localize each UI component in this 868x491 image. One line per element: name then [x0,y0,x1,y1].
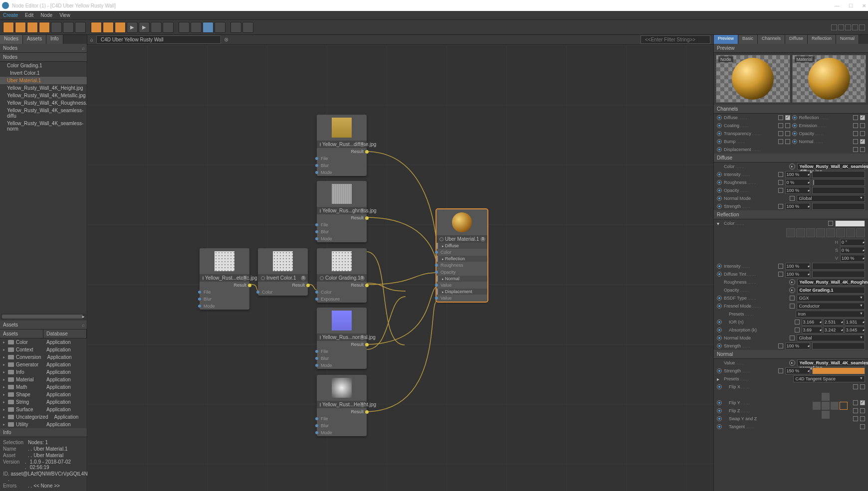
intensity-input[interactable]: 100 % [785,171,810,178]
tab-basic[interactable]: Basic [738,35,758,44]
asset-row[interactable]: ▸UtilityApplication [0,421,87,428]
node-list-item[interactable]: Yellow_Rusty_Wall_4K_Roughness.jpg [0,99,87,107]
tool-btn-3[interactable] [27,22,38,33]
flip-x-checkbox[interactable] [860,384,865,389]
node-list-item[interactable]: Yellow_Rusty_Wall_4K_seamless-norm [0,120,87,133]
tool-btn-1[interactable] [3,22,14,33]
node-input-port[interactable]: Color [436,249,487,256]
node-roughness-texture[interactable]: Yellow_Rus...ghness.jpgS Result File Blu… [317,181,367,242]
node-section-header[interactable]: Displacement [436,289,487,295]
node-diffuse-texture[interactable]: Yellow_Rust...diffuse.jpgS Result File B… [317,115,367,176]
close-button[interactable]: ✕ [862,3,866,8]
asset-row[interactable]: ▸GeneratorApplication [0,361,87,368]
v-input[interactable]: 100 % [840,255,865,262]
tiny-icon[interactable] [831,24,837,30]
asset-row[interactable]: ▸MathApplication [0,383,87,391]
color-swatch[interactable] [835,220,865,227]
radio[interactable] [717,196,722,201]
node-section-header[interactable]: Normal [436,276,487,282]
tool-btn-4[interactable] [39,22,50,33]
menu-edit[interactable]: Edit [25,12,33,18]
node-input-port[interactable]: Opacity [436,269,487,276]
tiny-icon[interactable] [859,24,865,30]
flip-y-checkbox[interactable] [860,400,865,405]
node-metallic-texture[interactable]: Yellow_Rust...etallic.jpgS Result File B… [200,248,249,310]
tab-diffuse[interactable]: Diffuse [785,35,808,44]
radio[interactable] [717,180,722,185]
tab-channels[interactable]: Channels [758,35,785,44]
tool-btn-play2[interactable]: ▶ [139,22,150,33]
node-input-port[interactable]: Value [436,282,487,289]
node-section-header[interactable]: Reflection [436,256,487,262]
tool-btn-16[interactable] [215,22,225,33]
preview-material[interactable]: Material [792,55,867,103]
asset-row[interactable]: ▸StringApplication [0,398,87,406]
asset-row[interactable]: ▸ColorApplication [0,338,87,346]
node-invert-color[interactable]: Invert Color.1S Result Color [258,248,308,296]
tool-btn-18[interactable] [242,22,253,33]
radio[interactable] [717,204,722,209]
filter-input[interactable]: <<Enter Filter String>> [641,35,710,44]
tiny-icon[interactable] [845,24,851,30]
minimize-button[interactable]: — [835,3,840,8]
asset-row[interactable]: ▸MaterialApplication [0,376,87,383]
tool-btn-7[interactable] [75,22,86,33]
tool-btn-17[interactable] [230,22,241,33]
tab-info[interactable]: Info [46,35,63,44]
tool-btn-13[interactable] [179,22,190,33]
tab-assets[interactable]: Assets [23,35,46,44]
node-list-item[interactable]: Uber Material.1 [0,77,87,84]
node-list-item[interactable]: Invert Color.1 [0,69,87,77]
flip-z-checkbox[interactable] [860,408,865,413]
tool-btn-15[interactable] [203,22,214,33]
menu-view[interactable]: View [59,12,70,18]
node-list-item[interactable]: Yellow_Rusty_Wall_4K_Height.jpg [0,84,87,92]
strength-input[interactable]: 100 % [785,203,810,210]
col-database[interactable]: Database [43,329,87,338]
search-icon[interactable]: ⌕ [82,45,85,51]
node-list-item[interactable]: Yellow_Rusty_Wall_4K_Metallic.jpg [0,92,87,99]
asset-row[interactable]: ▸InfoApplication [0,368,87,376]
preview-node[interactable]: Node [716,55,790,103]
tool-btn-12[interactable] [163,22,174,33]
slider[interactable] [812,203,866,210]
asset-row[interactable]: ▸ContextApplication [0,346,87,353]
asset-row[interactable]: ▸ShapeApplication [0,391,87,398]
slider[interactable] [812,187,866,194]
node-list-item[interactable]: Color Grading.1 [0,62,87,69]
tiny-icon[interactable] [852,24,858,30]
tool-btn-11[interactable] [151,22,162,33]
tool-btn-8[interactable] [91,22,102,33]
menu-node[interactable]: Node [40,12,52,18]
scrollbar[interactable]: ▸ [1,314,86,320]
breadcrumb-home-icon[interactable]: ⌂ [90,37,93,42]
node-section-header[interactable]: Diffuse [436,243,487,249]
tool-btn-5[interactable] [51,22,62,33]
asset-row[interactable]: ▸UncategorizedApplication [0,413,87,421]
asset-row[interactable]: ▸SurfaceApplication [0,406,87,413]
node-normal-texture[interactable]: Yellow_Rus...normal.jpgS Result File Blu… [317,308,367,369]
node-uber-material[interactable]: Uber Material.1S DiffuseColorReflectionR… [436,209,487,302]
tool-btn-14[interactable] [191,22,202,33]
node-canvas[interactable]: Yellow_Rust...diffuse.jpgS Result File B… [87,45,713,491]
tool-btn-6[interactable] [63,22,74,33]
tool-btn-play[interactable]: ▶ [127,22,138,33]
tab-normal[interactable]: Normal [836,35,859,44]
color-mode-icon[interactable] [786,228,795,237]
diffuse-color-value[interactable]: Yellow_Rusty_Wall_4K_seamless-diffuse.jp… [797,163,866,170]
asset-row[interactable]: ▸ConversionApplication [0,353,87,361]
node-list-item[interactable]: Yellow_Rusty_Wall_4K_seamless-diffu [0,107,87,120]
clear-filter-icon[interactable]: ⊗ [224,36,228,43]
maximize-button[interactable]: ☐ [849,3,853,8]
path-box[interactable]: C4D Uber Yellow Rusty Wall [96,35,221,44]
link-icon[interactable]: ▸ [789,164,795,169]
tab-nodes[interactable]: Nodes [0,35,23,44]
node-input-port[interactable]: Value [436,295,487,302]
node-input-port[interactable]: Roughness [436,262,487,269]
tiny-icon[interactable] [838,24,844,30]
tool-btn-9[interactable] [103,22,114,33]
s-input[interactable]: 0 % [840,247,865,254]
normal-mode-dropdown[interactable]: Global [797,195,866,202]
tab-preview[interactable]: Preview [714,35,738,44]
radio[interactable] [717,172,722,177]
